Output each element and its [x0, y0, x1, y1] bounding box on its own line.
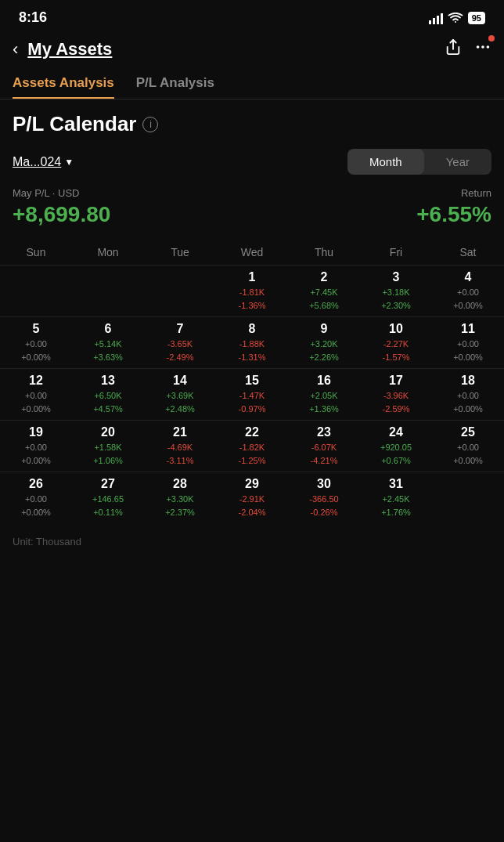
calendar-day-cell: 5+0.00+0.00% — [0, 317, 72, 369]
calendar-week-row: 26+0.00+0.00%27+146.65+0.11%28+3.30K+2.3… — [0, 472, 504, 524]
calendar-day-cell: 16+2.05K+1.36% — [288, 369, 360, 421]
calendar-week-row: 19+0.00+0.00%20+1.58K+1.06%21-4.69K-3.11… — [0, 421, 504, 472]
day-pl-percent: +0.00% — [2, 506, 70, 519]
day-number: 1 — [218, 270, 286, 284]
status-bar: 8:16 95 — [0, 0, 504, 32]
day-number: 11 — [434, 322, 502, 336]
day-pl-value: +0.00 — [2, 441, 70, 454]
status-icons: 95 — [429, 12, 485, 24]
calendar-day-cell: 29-2.91K-2.04% — [216, 472, 288, 524]
weekday-header: Sat — [432, 240, 504, 266]
day-number: 21 — [146, 425, 214, 439]
day-pl-percent: -2.59% — [362, 403, 430, 416]
day-number: 25 — [434, 425, 502, 439]
calendar-day-cell: 22-1.82K-1.25% — [216, 421, 288, 472]
return-value: +6.55% — [416, 202, 491, 227]
day-pl-percent: +5.68% — [290, 299, 358, 313]
calendar-day-cell: 28+3.30K+2.37% — [144, 472, 216, 524]
day-pl-percent: -3.11% — [146, 454, 214, 468]
day-pl-value: +146.65 — [74, 493, 142, 506]
page-title: My Assets — [27, 39, 112, 60]
account-selector[interactable]: Ma...024 ▼ — [13, 155, 74, 169]
day-number: 7 — [146, 322, 214, 336]
calendar-day-cell: 2+7.45K+5.68% — [288, 266, 360, 317]
calendar-day-cell: 8-1.88K-1.31% — [216, 317, 288, 369]
calendar-day-cell: 14+3.69K+2.48% — [144, 369, 216, 421]
day-pl-value: +3.20K — [290, 338, 358, 351]
calendar-day-cell: 25+0.00+0.00% — [432, 421, 504, 472]
day-pl-value: +3.18K — [362, 286, 430, 299]
day-pl-value: +2.45K — [362, 493, 430, 506]
calendar-week-row: 5+0.00+0.00%6+5.14K+3.63%7-3.65K-2.49%8-… — [0, 317, 504, 369]
day-pl-percent: +0.11% — [74, 506, 142, 519]
day-pl-percent: +0.00% — [434, 454, 502, 468]
day-pl-percent: +1.76% — [362, 506, 430, 519]
calendar-day-cell — [72, 266, 144, 317]
calendar-day-cell: 23-6.07K-4.21% — [288, 421, 360, 472]
calendar-day-cell: 30-366.50-0.26% — [288, 472, 360, 524]
day-pl-value: -2.91K — [218, 493, 286, 506]
day-pl-value: -1.47K — [218, 389, 286, 403]
calendar-day-cell: 7-3.65K-2.49% — [144, 317, 216, 369]
header-right — [445, 38, 491, 60]
calendar-day-cell: 15-1.47K-0.97% — [216, 369, 288, 421]
day-pl-value: -3.65K — [146, 338, 214, 351]
day-pl-value: -1.88K — [218, 338, 286, 351]
calendar-day-cell: 18+0.00+0.00% — [432, 369, 504, 421]
calendar-day-cell: 3+3.18K+2.30% — [360, 266, 432, 317]
weekday-header: Fri — [360, 240, 432, 266]
share-button[interactable] — [445, 38, 462, 60]
day-number: 24 — [362, 425, 430, 439]
pl-right: Return +6.55% — [416, 187, 491, 227]
pl-calendar-table: SunMonTueWedThuFriSat 1-1.81K-1.36%2+7.4… — [0, 240, 504, 523]
day-number: 15 — [218, 374, 286, 388]
day-number: 20 — [74, 425, 142, 439]
day-number: 23 — [290, 425, 358, 439]
day-pl-percent: +0.00% — [434, 351, 502, 364]
day-pl-value: +0.00 — [434, 441, 502, 454]
page-header: ‹ My Assets — [0, 32, 504, 69]
day-pl-percent: +1.36% — [290, 403, 358, 416]
day-pl-percent: -1.31% — [218, 351, 286, 364]
period-year-button[interactable]: Year — [424, 149, 491, 175]
period-month-button[interactable]: Month — [347, 149, 424, 175]
calendar-day-cell: 20+1.58K+1.06% — [72, 421, 144, 472]
day-pl-value: +0.00 — [2, 389, 70, 403]
day-pl-percent: +2.30% — [362, 299, 430, 313]
day-number: 2 — [290, 270, 358, 284]
tab-pl-analysis[interactable]: P/L Analysis — [136, 69, 214, 99]
day-pl-value: -4.69K — [146, 441, 214, 454]
day-pl-value: -1.82K — [218, 441, 286, 454]
day-pl-value: +920.05 — [362, 441, 430, 454]
unit-label: Unit: Thousand — [0, 523, 504, 554]
day-number: 28 — [146, 477, 214, 491]
day-number: 31 — [362, 477, 430, 491]
day-pl-percent: +0.00% — [2, 454, 70, 468]
day-number: 17 — [362, 374, 430, 388]
calendar-body: 1-1.81K-1.36%2+7.45K+5.68%3+3.18K+2.30%4… — [0, 266, 504, 524]
day-pl-value: -1.81K — [218, 286, 286, 299]
calendar-day-cell: 11+0.00+0.00% — [432, 317, 504, 369]
day-pl-percent: +2.48% — [146, 403, 214, 416]
day-number: 18 — [434, 374, 502, 388]
day-number: 16 — [290, 374, 358, 388]
more-button[interactable] — [474, 38, 491, 60]
day-pl-value: -3.96K — [362, 389, 430, 403]
day-pl-percent: -0.26% — [290, 506, 358, 519]
day-pl-percent: +1.06% — [74, 454, 142, 468]
back-button[interactable]: ‹ — [13, 39, 18, 60]
tab-bar: Assets Analysis P/L Analysis — [0, 69, 504, 99]
info-button[interactable]: i — [142, 117, 158, 132]
calendar-day-cell: 26+0.00+0.00% — [0, 472, 72, 524]
weekday-header: Sun — [0, 240, 72, 266]
status-time: 8:16 — [19, 9, 47, 26]
day-pl-value: -2.27K — [362, 338, 430, 351]
day-pl-percent: +0.67% — [362, 454, 430, 468]
day-pl-percent: -1.25% — [218, 454, 286, 468]
calendar-day-cell: 21-4.69K-3.11% — [144, 421, 216, 472]
dropdown-arrow-icon: ▼ — [64, 157, 74, 168]
day-pl-value: +0.00 — [2, 493, 70, 506]
wifi-icon — [448, 13, 463, 23]
tab-assets-analysis[interactable]: Assets Analysis — [13, 69, 114, 99]
day-pl-percent: +2.26% — [290, 351, 358, 364]
